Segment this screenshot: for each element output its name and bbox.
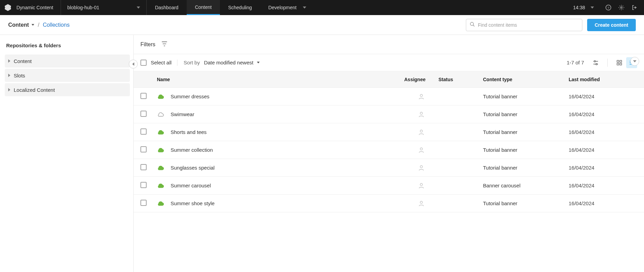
row-last-modified: 16/04/2024 (569, 165, 637, 171)
svg-point-17 (420, 201, 423, 203)
svg-rect-10 (620, 63, 622, 65)
search-field[interactable] (466, 19, 582, 31)
table-row[interactable]: Summer shoe style Tutorial banner 16/04/… (134, 195, 644, 212)
tab-development[interactable]: Development (260, 0, 314, 15)
select-all[interactable]: Select all (140, 60, 177, 66)
row-content-type: Tutorial banner (483, 129, 569, 135)
row-last-modified: 16/04/2024 (569, 94, 637, 99)
table-header: Name Assignee Status Content type Last m… (134, 71, 644, 88)
cloud-icon (157, 93, 164, 100)
svg-line-4 (473, 25, 474, 26)
row-last-modified: 16/04/2024 (569, 200, 637, 206)
table-row[interactable]: Summer collection Tutorial banner 16/04/… (134, 141, 644, 159)
cloud-icon (157, 111, 164, 118)
sidebar-item-slots[interactable]: Slots (5, 69, 130, 82)
assignee-none-icon (404, 164, 438, 171)
svg-point-16 (420, 183, 423, 186)
sort-value: Date modified newest (204, 60, 259, 65)
top-bar: Dynamic Content bloblog-hub-01 Dashboard… (0, 0, 644, 15)
main: Repositories & folders Content Slots Loc… (0, 35, 644, 272)
hub-selector[interactable]: bloblog-hub-01 (61, 0, 147, 15)
svg-rect-9 (617, 63, 619, 65)
chevron-down-icon (32, 24, 34, 26)
chevron-right-icon (8, 88, 10, 91)
settings-sliders-icon[interactable] (590, 57, 601, 68)
brand-logo-icon (3, 3, 12, 12)
select-all-label: Select all (151, 60, 172, 65)
gear-icon[interactable] (617, 3, 626, 12)
tab-scheduling-label: Scheduling (228, 5, 252, 10)
chevron-right-icon (8, 74, 10, 77)
tab-development-label: Development (268, 5, 297, 10)
col-status: Status (438, 77, 483, 82)
grid-view-icon[interactable] (614, 57, 625, 68)
chevron-down-icon (257, 62, 260, 63)
assignee-none-icon (404, 147, 438, 153)
row-checkbox[interactable] (140, 146, 147, 152)
row-name: Summer shoe style (171, 200, 214, 206)
table-row[interactable]: Summer carousel Banner carousel 16/04/20… (134, 177, 644, 195)
tab-scheduling[interactable]: Scheduling (220, 0, 260, 15)
chevron-down-icon (303, 7, 306, 9)
search-input[interactable] (478, 22, 579, 28)
table-body: Summer dresses Tutorial banner 16/04/202… (134, 88, 644, 212)
clock[interactable]: 14:38 (573, 5, 600, 10)
content-collapse-button[interactable] (630, 57, 639, 66)
cloud-icon (157, 128, 164, 136)
chevron-down-icon (137, 7, 140, 9)
svg-point-5 (594, 60, 595, 62)
tab-dashboard[interactable]: Dashboard (147, 0, 187, 15)
row-content-type: Tutorial banner (483, 165, 569, 171)
row-checkbox[interactable] (140, 200, 147, 206)
row-checkbox[interactable] (140, 182, 147, 188)
assignee-none-icon (404, 129, 438, 136)
row-content-type: Tutorial banner (483, 200, 569, 206)
table-row[interactable]: Shorts and tees Tutorial banner 16/04/20… (134, 123, 644, 141)
row-content-type: Tutorial banner (483, 111, 569, 117)
svg-rect-8 (620, 60, 622, 62)
col-content-type: Content type (483, 77, 569, 82)
cloud-icon (157, 164, 164, 172)
row-name: Shorts and tees (171, 129, 207, 135)
assignee-none-icon (404, 200, 438, 207)
svg-rect-7 (617, 60, 619, 62)
row-last-modified: 16/04/2024 (569, 147, 637, 153)
col-name: Name (157, 77, 404, 82)
help-icon[interactable]: ? (604, 3, 613, 12)
row-last-modified: 16/04/2024 (569, 183, 637, 188)
svg-point-3 (470, 22, 473, 25)
hub-name: bloblog-hub-01 (67, 5, 99, 10)
breadcrumb-content[interactable]: Content (8, 22, 34, 28)
row-last-modified: 16/04/2024 (569, 129, 637, 135)
breadcrumb-collections[interactable]: Collections (43, 22, 70, 28)
tab-dashboard-label: Dashboard (155, 5, 178, 10)
svg-point-14 (420, 148, 423, 150)
row-checkbox[interactable] (140, 128, 147, 135)
row-name: Sunglasses special (171, 165, 214, 171)
table-row[interactable]: Summer dresses Tutorial banner 16/04/202… (134, 88, 644, 106)
select-all-checkbox[interactable] (140, 60, 147, 66)
filter-icon[interactable] (161, 40, 168, 49)
assignee-none-icon (404, 93, 438, 100)
row-content-type: Banner carousel (483, 183, 569, 188)
row-checkbox[interactable] (140, 111, 147, 117)
row-content-type: Tutorial banner (483, 147, 569, 153)
create-content-button[interactable]: Create content (587, 19, 636, 31)
sidebar-item-label: Content (14, 58, 32, 64)
sidebar-item-content[interactable]: Content (5, 54, 130, 67)
search-icon (470, 22, 475, 28)
sidebar-item-localized[interactable]: Localized Content (5, 83, 130, 96)
sort-control[interactable]: Sort by Date modified newest (184, 60, 260, 65)
logout-icon[interactable] (630, 3, 639, 12)
row-checkbox[interactable] (140, 164, 147, 170)
svg-point-6 (596, 63, 597, 65)
sidebar-item-label: Localized Content (14, 87, 55, 93)
svg-point-13 (420, 130, 423, 132)
col-last-modified: Last modified (569, 77, 637, 82)
brand: Dynamic Content (0, 0, 61, 15)
table-row[interactable]: Sunglasses special Tutorial banner 16/04… (134, 159, 644, 177)
tab-content[interactable]: Content (187, 0, 220, 15)
row-checkbox[interactable] (140, 93, 147, 99)
brand-title: Dynamic Content (16, 5, 53, 10)
table-row[interactable]: Swimwear Tutorial banner 16/04/2024 (134, 106, 644, 123)
